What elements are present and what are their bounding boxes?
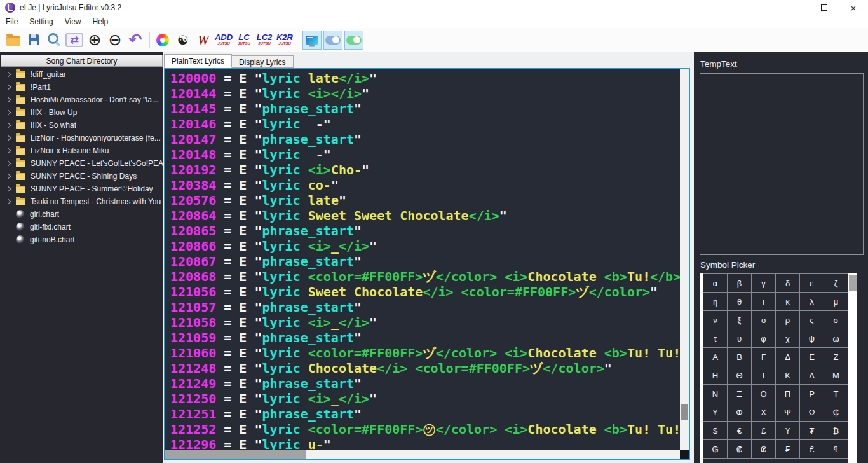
symbol-cell[interactable]: Ω xyxy=(800,403,824,422)
chevron-right-icon[interactable] xyxy=(6,85,11,90)
sidebar-item[interactable]: giti-noB.chart xyxy=(0,233,163,246)
symbol-cell[interactable]: α xyxy=(703,274,728,293)
symbol-cell[interactable]: ₤ xyxy=(800,440,824,459)
search-button[interactable] xyxy=(44,31,64,50)
tab-display-lyrics[interactable]: Display Lyrics xyxy=(231,55,294,68)
symbol-cell[interactable]: ς xyxy=(800,311,824,329)
code-line[interactable]: 120145 = E "phrase_start" xyxy=(170,101,680,116)
code-line[interactable]: 121248 = E "lyric Chocolate</i> <color=#… xyxy=(170,361,680,376)
code-line[interactable]: 121057 = E "phrase_start" xyxy=(170,300,680,315)
code-line[interactable]: 120865 = E "phrase_start" xyxy=(170,223,680,238)
chevron-right-icon[interactable] xyxy=(6,72,11,77)
display-monitor-button[interactable] xyxy=(302,31,322,50)
w-button[interactable]: W xyxy=(194,31,213,50)
code-line[interactable]: 121250 = E "lyric <i>_</i>" xyxy=(170,391,680,406)
symbol-cell[interactable]: δ xyxy=(776,274,800,293)
sidebar-item[interactable]: !Part1 xyxy=(0,81,163,93)
chevron-right-icon[interactable] xyxy=(6,135,11,141)
symbol-cell[interactable]: χ xyxy=(776,329,800,348)
horizontal-scrollbar-thumb[interactable] xyxy=(165,450,306,459)
code-line[interactable]: 120384 = E "lyric co-" xyxy=(170,177,680,193)
chevron-right-icon[interactable] xyxy=(6,199,11,204)
symbol-cell[interactable]: Χ xyxy=(752,403,776,422)
code-line[interactable]: 120192 = E "lyric <i>Cho-" xyxy=(170,162,680,177)
symbol-cell[interactable]: ξ xyxy=(728,311,752,329)
symbol-cell[interactable]: ρ xyxy=(776,311,800,329)
zoom-out-button[interactable]: ⊖ xyxy=(105,31,125,50)
open-folder-button[interactable] xyxy=(4,31,23,50)
symbol-cell[interactable]: γ xyxy=(752,274,776,293)
symbol-cell[interactable]: ζ xyxy=(824,274,848,293)
code-line[interactable]: 120867 = E "phrase_start" xyxy=(170,254,680,269)
symbol-cell[interactable]: Ι xyxy=(752,366,776,385)
symbol-cell[interactable]: Ζ xyxy=(824,348,848,366)
code-line[interactable]: 121059 = E "phrase_start" xyxy=(170,330,680,345)
symbol-cell[interactable]: Ξ xyxy=(728,385,752,403)
add-jutsu-button[interactable]: ADDJUTSU xyxy=(214,31,233,50)
symbol-cell[interactable]: ι xyxy=(752,293,776,311)
swap-button[interactable]: ⇄ xyxy=(65,31,84,50)
undo-button[interactable]: ↶ xyxy=(126,31,145,50)
sidebar-item[interactable]: SUNNY PEACE - Shining Days xyxy=(0,170,163,183)
menu-help[interactable]: Help xyxy=(87,16,114,27)
symbol-scrollbar[interactable] xyxy=(848,273,857,463)
sidebar-item[interactable]: giri.chart xyxy=(0,208,163,221)
chevron-right-icon[interactable] xyxy=(6,110,11,115)
yin-yang-button[interactable]: ☯ xyxy=(173,31,193,50)
temptext-area[interactable] xyxy=(700,73,864,255)
toggle-green-button[interactable] xyxy=(344,31,363,50)
horizontal-scrollbar[interactable] xyxy=(165,450,680,459)
symbol-cell[interactable]: ₣ xyxy=(776,440,800,459)
symbol-cell[interactable]: Υ xyxy=(703,403,728,422)
sidebar-item[interactable]: HoshiMi Ambassador - Don't say ''la... xyxy=(0,93,163,106)
symbol-scrollbar-thumb[interactable] xyxy=(849,275,857,291)
symbol-cell[interactable]: Φ xyxy=(728,403,752,422)
code-line[interactable]: 121296 = E "lyric u-" xyxy=(170,437,680,450)
symbol-cell[interactable]: Β xyxy=(728,348,752,366)
symbol-cell[interactable]: ₢ xyxy=(752,440,776,459)
sidebar-item[interactable]: LizNoir - Hoshinoyoniyoruoterase (fe... xyxy=(0,132,163,144)
restore-button[interactable] xyxy=(810,0,839,15)
code-line[interactable]: 120864 = E "lyric Sweet Sweet Chocolate<… xyxy=(170,208,680,223)
chevron-right-icon[interactable] xyxy=(6,148,11,153)
code-line[interactable]: 120000 = E "lyric late</i>" xyxy=(170,71,680,86)
code-line[interactable]: 121056 = E "lyric Sweet Chocolate</i> <c… xyxy=(170,284,680,300)
chevron-right-icon[interactable] xyxy=(6,186,11,191)
lc2-jutsu-button[interactable]: LC2JUTSU xyxy=(255,31,274,50)
symbol-cell[interactable]: Δ xyxy=(776,348,800,366)
symbol-cell[interactable]: Η xyxy=(703,366,728,385)
sidebar-item[interactable]: IIIX - So what xyxy=(0,119,163,132)
minimize-button[interactable] xyxy=(780,0,810,15)
symbol-cell[interactable]: Κ xyxy=(776,366,800,385)
symbol-cell[interactable]: Θ xyxy=(728,366,752,385)
code-line[interactable]: 121252 = E "lyric <color=#FF00FF>㋡</colo… xyxy=(170,422,680,437)
save-button[interactable] xyxy=(24,31,43,50)
menu-view[interactable]: View xyxy=(59,16,87,27)
code-line[interactable]: 120147 = E "phrase_start" xyxy=(170,132,680,147)
symbol-cell[interactable]: ₮ xyxy=(800,422,824,440)
chevron-right-icon[interactable] xyxy=(6,97,11,102)
symbol-cell[interactable]: € xyxy=(728,422,752,440)
symbol-cell[interactable]: ₲ xyxy=(703,440,728,459)
symbol-cell[interactable]: Ψ xyxy=(776,403,800,422)
symbol-cell[interactable]: υ xyxy=(728,329,752,348)
sidebar-item[interactable]: giti-fixl.chart xyxy=(0,221,163,233)
code-line[interactable]: 120148 = E "lyric -" xyxy=(170,147,680,162)
vertical-scrollbar[interactable] xyxy=(680,69,689,450)
code-line[interactable]: 121249 = E "phrase_start" xyxy=(170,376,680,391)
menu-setting[interactable]: Setting xyxy=(24,16,58,27)
sidebar-item[interactable]: !diff_guitar xyxy=(0,68,163,81)
symbol-cell[interactable]: μ xyxy=(824,293,848,311)
symbol-cell[interactable]: κ xyxy=(776,293,800,311)
symbol-cell[interactable]: Μ xyxy=(824,366,848,385)
sidebar-item[interactable]: Tsuki no Tempest - Christmas with You xyxy=(0,195,163,208)
symbol-cell[interactable]: $ xyxy=(703,422,728,440)
code-line[interactable]: 120868 = E "lyric <color=#FF00FF>ヅ</colo… xyxy=(170,269,680,284)
sidebar-item[interactable]: SUNNY PEACE - Let'sGo!Let'sGo!PEA... xyxy=(0,157,163,170)
symbol-cell[interactable]: Τ xyxy=(824,385,848,403)
symbol-cell[interactable]: β xyxy=(728,274,752,293)
menu-file[interactable]: File xyxy=(0,16,24,27)
symbol-cell[interactable]: θ xyxy=(728,293,752,311)
symbol-cell[interactable]: ₠ xyxy=(824,440,848,459)
symbol-cell[interactable]: σ xyxy=(824,311,848,329)
